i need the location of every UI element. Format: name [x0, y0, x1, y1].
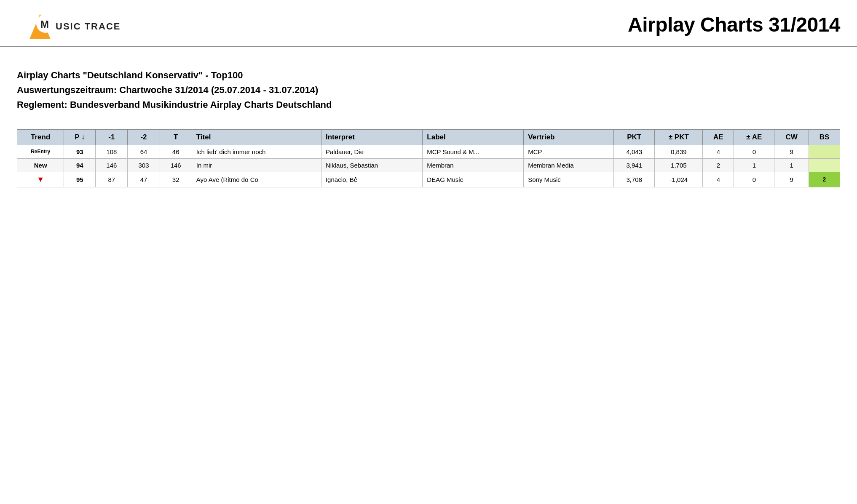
- info-line2: Auswertungszeitraum: Chartwoche 31/2014 …: [17, 83, 840, 97]
- cell-pkt: 3,708: [614, 172, 655, 187]
- cell-m1: 146: [96, 158, 128, 172]
- cell-t: 146: [160, 158, 192, 172]
- cell-ae-diff: 0: [734, 145, 774, 158]
- cell-cw: 1: [774, 158, 809, 172]
- table-area: Trend P ↓ -1 -2 T Titel Interpret Label …: [0, 125, 857, 200]
- info-block: Airplay Charts "Deutschland Konservativ"…: [0, 47, 857, 125]
- cell-ae-diff: 1: [734, 158, 774, 172]
- svg-text:USIC TRACE: USIC TRACE: [56, 21, 121, 32]
- page-header: M USIC TRACE Airplay Charts 31/2014: [0, 0, 857, 47]
- cell-ae-diff: 0: [734, 172, 774, 187]
- cell-bs: [809, 158, 840, 172]
- col-m1: -1: [96, 129, 128, 145]
- cell-m2: 47: [128, 172, 160, 187]
- cell-m1: 87: [96, 172, 128, 187]
- cell-p: 93: [64, 145, 96, 158]
- cell-ae: 4: [703, 145, 734, 158]
- page-title: Airplay Charts 31/2014: [628, 13, 840, 36]
- cell-pkt: 4,043: [614, 145, 655, 158]
- col-cw: CW: [774, 129, 809, 145]
- cell-trend: ReEntry: [17, 145, 64, 158]
- col-m2: -2: [128, 129, 160, 145]
- col-ae-diff: ± AE: [734, 129, 774, 145]
- col-label: Label: [423, 129, 524, 145]
- table-row: New 94 146 303 146 In mir Niklaus, Sebas…: [17, 158, 840, 172]
- cell-pkt-diff: 1,705: [655, 158, 703, 172]
- table-row: ▼ 95 87 47 32 Ayo Ave (Ritmo do Co Ignac…: [17, 172, 840, 187]
- cell-m2: 64: [128, 145, 160, 158]
- cell-interpret: Paldauer, Die: [321, 145, 422, 158]
- cell-label: Membran: [423, 158, 524, 172]
- music-trace-logo: M USIC TRACE: [17, 8, 135, 41]
- cell-m2: 303: [128, 158, 160, 172]
- airplay-charts-table: Trend P ↓ -1 -2 T Titel Interpret Label …: [17, 129, 840, 187]
- table-row: ReEntry 93 108 64 46 Ich lieb' dich imme…: [17, 145, 840, 158]
- cell-ae: 4: [703, 172, 734, 187]
- cell-cw: 9: [774, 145, 809, 158]
- col-bs: BS: [809, 129, 840, 145]
- col-interpret: Interpret: [321, 129, 422, 145]
- cell-pkt-diff: -1,024: [655, 172, 703, 187]
- svg-text:M: M: [40, 19, 49, 30]
- cell-label: DEAG Music: [423, 172, 524, 187]
- col-pkt: PKT: [614, 129, 655, 145]
- col-pkt-diff: ± PKT: [655, 129, 703, 145]
- col-vertrieb: Vertrieb: [524, 129, 614, 145]
- cell-titel: Ich lieb' dich immer noch: [192, 145, 321, 158]
- cell-interpret: Ignacio, Bê: [321, 172, 422, 187]
- cell-t: 32: [160, 172, 192, 187]
- cell-pkt-diff: 0,839: [655, 145, 703, 158]
- col-ae: AE: [703, 129, 734, 145]
- cell-bs: [809, 145, 840, 158]
- info-line1: Airplay Charts "Deutschland Konservativ"…: [17, 68, 840, 83]
- cell-interpret: Niklaus, Sebastian: [321, 158, 422, 172]
- cell-titel: Ayo Ave (Ritmo do Co: [192, 172, 321, 187]
- cell-vertrieb: MCP: [524, 145, 614, 158]
- cell-p: 94: [64, 158, 96, 172]
- cell-trend: New: [17, 158, 64, 172]
- cell-p: 95: [64, 172, 96, 187]
- cell-vertrieb: Sony Music: [524, 172, 614, 187]
- cell-t: 46: [160, 145, 192, 158]
- cell-ae: 2: [703, 158, 734, 172]
- cell-m1: 108: [96, 145, 128, 158]
- cell-bs: 2: [809, 172, 840, 187]
- cell-label: MCP Sound & M...: [423, 145, 524, 158]
- logo-area: M USIC TRACE: [17, 8, 135, 41]
- col-titel: Titel: [192, 129, 321, 145]
- col-t: T: [160, 129, 192, 145]
- cell-vertrieb: Membran Media: [524, 158, 614, 172]
- cell-trend: ▼: [17, 172, 64, 187]
- col-p: P ↓: [64, 129, 96, 145]
- cell-cw: 9: [774, 172, 809, 187]
- col-trend: Trend: [17, 129, 64, 145]
- table-header-row: Trend P ↓ -1 -2 T Titel Interpret Label …: [17, 129, 840, 145]
- info-line3: Reglement: Bundesverband Musikindustrie …: [17, 97, 840, 112]
- cell-pkt: 3,941: [614, 158, 655, 172]
- cell-titel: In mir: [192, 158, 321, 172]
